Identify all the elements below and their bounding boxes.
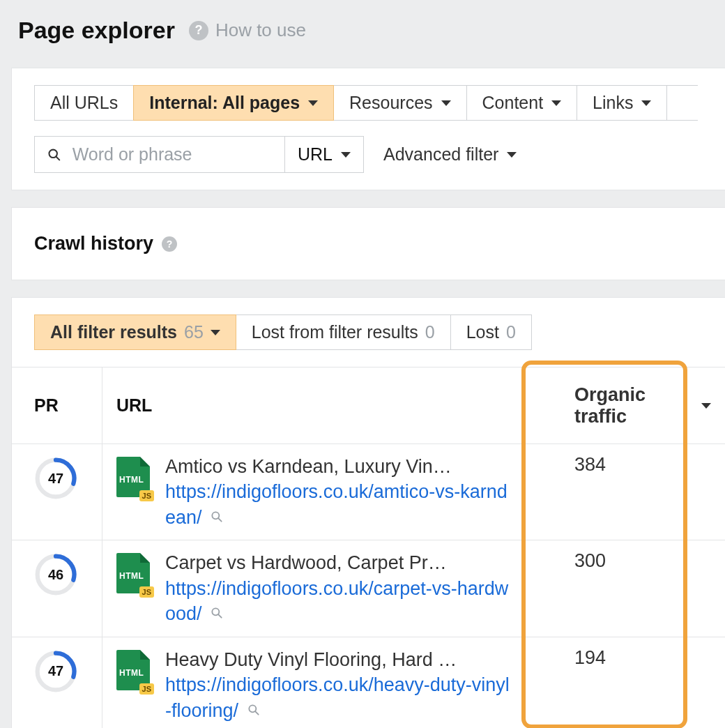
subtab-label: Lost xyxy=(466,322,499,342)
select-label: URL xyxy=(298,144,333,165)
tab-label: All URLs xyxy=(50,93,118,113)
js-badge-icon: JS xyxy=(139,683,154,695)
tab-more[interactable] xyxy=(666,85,698,121)
subtab-label: Lost from filter results xyxy=(252,322,418,342)
page-title-text: Amtico vs Karndean, Luxury Vin… xyxy=(165,454,514,479)
advanced-filter-button[interactable]: Advanced filter xyxy=(383,144,517,165)
chevron-down-icon xyxy=(551,100,561,106)
svg-line-7 xyxy=(218,614,222,618)
organic-traffic-value: 384 xyxy=(565,444,725,485)
chevron-down-icon xyxy=(441,100,451,106)
js-badge-icon: JS xyxy=(139,490,154,501)
table-row: 47 HTML JS Amtico vs Karndean, Luxury Vi… xyxy=(12,444,725,540)
crawl-history-title: Crawl history xyxy=(34,233,153,255)
inspect-icon[interactable] xyxy=(210,601,224,626)
chevron-down-icon xyxy=(211,330,220,335)
organic-traffic-value: 194 xyxy=(565,637,725,678)
help-icon[interactable]: ? xyxy=(162,236,177,252)
chevron-down-icon xyxy=(308,100,318,106)
subtab-count: 0 xyxy=(506,322,516,342)
svg-line-10 xyxy=(255,711,259,715)
html-file-icon: HTML JS xyxy=(116,457,150,499)
page-title-text: Carpet vs Hardwood, Carpet Pr… xyxy=(165,550,514,575)
pr-badge: 46 xyxy=(34,553,77,596)
inspect-icon[interactable] xyxy=(210,505,224,530)
filter-panel: All URLs Internal: All pages Resources C… xyxy=(11,68,725,190)
sort-desc-icon xyxy=(701,403,711,409)
subtab-label: All filter results xyxy=(50,322,177,342)
inspect-icon[interactable] xyxy=(247,698,261,723)
subtab-lost-from-filter[interactable]: Lost from filter results 0 xyxy=(236,314,451,350)
html-file-icon: HTML JS xyxy=(116,553,150,595)
chevron-down-icon xyxy=(507,152,517,158)
svg-line-1 xyxy=(56,156,59,160)
tab-label: Content xyxy=(482,93,544,113)
page-title: Page explorer xyxy=(18,17,175,44)
col-header-url[interactable]: URL xyxy=(102,386,565,425)
tab-label: Links xyxy=(593,93,633,113)
search-box xyxy=(34,136,285,173)
subtab-all-filter-results[interactable]: All filter results 65 xyxy=(34,314,236,350)
how-to-use-label: How to use xyxy=(215,20,306,41)
page-url-link[interactable]: https://indigofloors.co.uk/amtico-vs-kar… xyxy=(165,479,514,530)
js-badge-icon: JS xyxy=(139,586,154,598)
table-header: PR URL Organic traffic xyxy=(12,367,725,444)
tab-content[interactable]: Content xyxy=(466,85,578,121)
results-subtabs: All filter results 65 Lost from filter r… xyxy=(34,314,725,350)
chevron-down-icon xyxy=(341,152,351,158)
table-row: 47 HTML JS Heavy Duty Vinyl Flooring, Ha… xyxy=(12,637,725,728)
help-icon: ? xyxy=(189,21,208,40)
tab-resources[interactable]: Resources xyxy=(333,85,467,121)
pr-badge: 47 xyxy=(34,457,77,500)
subtab-lost[interactable]: Lost 0 xyxy=(450,314,532,350)
col-header-pr[interactable]: PR xyxy=(12,367,102,443)
search-icon xyxy=(47,147,61,162)
svg-line-4 xyxy=(218,518,222,522)
crawl-history-panel: Crawl history ? xyxy=(11,207,725,280)
page-url-link[interactable]: https://indigofloors.co.uk/carpet-vs-har… xyxy=(165,576,514,627)
how-to-use-link[interactable]: ? How to use xyxy=(189,20,306,41)
page-title-text: Heavy Duty Vinyl Flooring, Hard … xyxy=(165,647,514,672)
results-panel: All filter results 65 Lost from filter r… xyxy=(11,297,725,728)
pr-badge: 47 xyxy=(34,650,77,693)
page-url-link[interactable]: https://indigofloors.co.uk/heavy-duty-vi… xyxy=(165,672,514,723)
search-scope-select[interactable]: URL xyxy=(285,136,364,173)
tab-row: All URLs Internal: All pages Resources C… xyxy=(34,85,725,121)
subtab-count: 65 xyxy=(184,322,204,342)
organic-traffic-value: 300 xyxy=(565,540,725,582)
tab-internal[interactable]: Internal: All pages xyxy=(133,85,334,121)
search-input[interactable] xyxy=(71,144,272,165)
tab-label: Resources xyxy=(349,93,433,113)
tab-label: Internal: All pages xyxy=(149,93,300,113)
html-file-icon: HTML JS xyxy=(116,650,150,692)
pr-value: 46 xyxy=(34,553,77,596)
col-header-organic-traffic[interactable]: Organic traffic xyxy=(565,374,725,437)
tab-links[interactable]: Links xyxy=(577,85,667,121)
chevron-down-icon xyxy=(641,100,651,106)
pr-value: 47 xyxy=(34,650,77,693)
table-row: 46 HTML JS Carpet vs Hardwood, Carpet Pr… xyxy=(12,540,725,637)
subtab-count: 0 xyxy=(425,322,435,342)
results-table: PR URL Organic traffic 47 HTML JS xyxy=(12,367,725,728)
advanced-filter-label: Advanced filter xyxy=(383,144,498,165)
tab-all-urls[interactable]: All URLs xyxy=(34,85,134,121)
pr-value: 47 xyxy=(34,457,77,500)
